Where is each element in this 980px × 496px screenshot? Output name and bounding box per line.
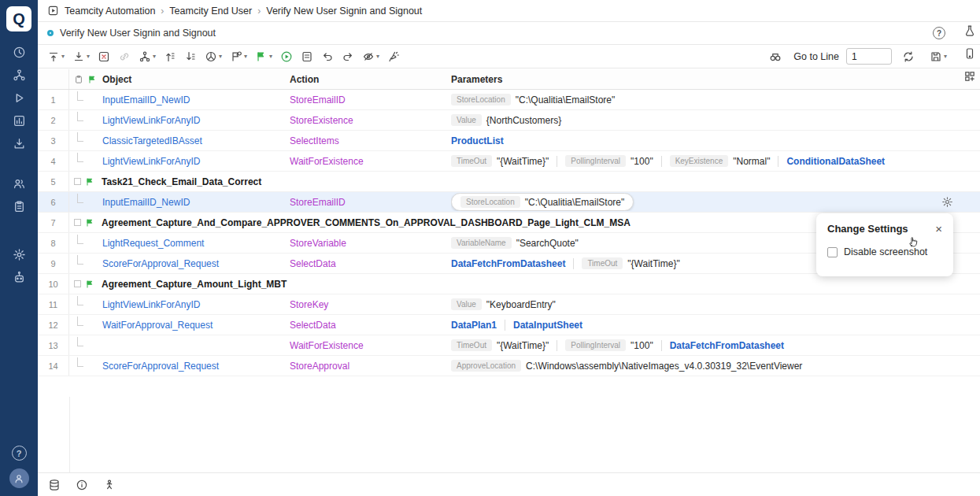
action-cell[interactable]: StoreExistence [290,115,451,126]
param-value[interactable]: {NorthCustomers} [486,115,561,126]
collapse-checkbox[interactable] [74,280,81,287]
disable-screenshot-checkbox[interactable] [827,247,838,257]
export-button[interactable]: ▾ [926,49,950,65]
sync-icon[interactable] [899,49,918,65]
parameters-cell[interactable]: Value"KeyboardEntry" [451,298,980,310]
breadcrumb-item[interactable]: Teamcity End User [169,6,252,17]
collapse-checkbox[interactable] [74,219,81,226]
action-cell[interactable]: SelectItems [290,135,451,146]
step-row[interactable]: 4 LightViewLinkForAnyID WaitForExistence… [38,151,980,172]
param-value[interactable]: "{WaitTime}" [497,156,549,167]
parameters-cell[interactable]: StoreLocation"C:\Qualitia\EmailStore" [451,94,980,105]
import-icon[interactable] [0,132,38,155]
param-value[interactable]: "{WaitTime}" [497,340,549,351]
tasks-icon[interactable] [0,195,38,218]
param-value[interactable]: "{WaitTime}" [627,258,679,269]
users-icon[interactable] [0,172,38,195]
reports-icon[interactable] [0,109,38,132]
datasheet-link[interactable]: ConditionalDataSheet [786,156,885,167]
object-cell[interactable]: InputEmailID_NewID [99,197,290,208]
action-cell[interactable]: StoreEmailID [290,94,451,105]
form-view-button[interactable] [298,49,316,65]
group-title[interactable]: Agreement_Capture_And_Compare_APPROVER_C… [99,217,631,228]
help-circle-icon[interactable]: ? [933,27,945,39]
database-icon[interactable] [48,479,61,491]
find-icon[interactable] [766,49,785,65]
parameters-cell[interactable]: ProductList [451,135,980,146]
info-icon[interactable] [76,479,88,491]
step-row[interactable]: 13 WaitForExistence TimeOut"{WaitTime}" … [38,335,980,356]
step-row[interactable]: 1 InputEmailID_NewID StoreEmailID StoreL… [38,90,980,110]
column-header-parameters[interactable]: Parameters [451,74,980,85]
object-cell[interactable]: ScoreForApproval_Request [99,258,290,269]
datasheet-link[interactable]: DataFetchFromDatasheet [670,340,784,351]
object-cell[interactable]: LightRequest_Comment [99,238,290,249]
breadcrumb-item[interactable]: Teamcity Automation [65,6,155,17]
row-settings-gear-icon[interactable] [941,196,953,208]
undo-button[interactable] [318,49,337,65]
flag-manage-button[interactable]: ▾ [227,49,250,65]
param-value[interactable]: "100" [631,340,653,351]
redo-button[interactable] [338,49,357,65]
parameters-cell[interactable]: TimeOut"{WaitTime}" PollingInterval"100"… [451,155,980,167]
action-cell[interactable]: SelectData [290,320,451,331]
object-cell[interactable]: ScoreForApproval_Request [99,361,290,372]
insert-step-above-button[interactable]: ▾ [44,49,68,65]
column-header-action[interactable]: Action [290,74,451,85]
param-value[interactable]: "100" [631,156,653,167]
avatar-icon[interactable] [9,468,29,488]
group-title[interactable]: Task21_Check_Email_Data_Correct [99,176,261,187]
run-step-button[interactable] [277,49,296,65]
param-value[interactable]: "KeyboardEntry" [486,299,556,310]
develop-icon[interactable] [0,64,38,87]
param-value[interactable]: "C:\Qualitia\EmailStore" [516,94,616,105]
object-cell[interactable]: LightViewLinkForAnyID [99,299,290,310]
runner-icon[interactable] [103,479,116,491]
step-row[interactable]: 11 LightViewLinkForAnyID StoreKey Value"… [38,294,980,315]
parameters-cell[interactable]: Value{NorthCustomers} [451,114,980,126]
history-icon[interactable] [0,41,38,64]
goto-line-input[interactable] [846,48,892,65]
param-value[interactable]: "SearchQuote" [516,238,579,249]
datasheet-link[interactable]: DataInputSheet [513,320,582,331]
palette-button[interactable]: ▾ [202,49,225,65]
flag-icon[interactable] [87,75,97,84]
action-cell[interactable]: StoreKey [290,299,451,310]
param-value[interactable]: "Normal" [733,156,770,167]
help-icon[interactable]: ? [12,446,27,461]
unlink-icon[interactable] [115,49,134,65]
execute-icon[interactable] [0,87,38,109]
breadcrumb-item[interactable]: Verify New User Signin and Signout [266,6,422,17]
datasheet-link[interactable]: DataFetchFromDatasheet [451,258,565,269]
device-icon[interactable] [963,47,976,60]
object-cell[interactable]: ClassicTargetedIBAsset [99,135,290,146]
parameters-cell[interactable]: DataPlan1 DataInputSheet [451,320,980,331]
clear-format-button[interactable] [384,49,403,65]
action-cell[interactable]: StoreEmailID [290,197,451,208]
bot-icon[interactable] [0,266,38,289]
flag-button[interactable]: ▾ [252,49,276,65]
hide-screenshot-button[interactable]: ▾ [359,49,383,65]
collapse-checkbox[interactable] [74,178,81,185]
datasheet-link[interactable]: ProductList [451,135,504,146]
param-value[interactable]: "C:\Qualitia\EmailStore" [525,197,625,208]
step-row[interactable]: 2 LightViewLinkForAnyID StoreExistence V… [38,110,980,131]
action-cell[interactable]: WaitForExistence [290,340,451,351]
close-icon[interactable]: × [935,223,942,235]
object-cell[interactable]: InputEmailID_NewID [99,94,290,105]
flask-icon[interactable] [963,24,976,37]
group-row[interactable]: 5 Task21_Check_Email_Data_Correct [38,172,980,192]
group-title[interactable]: Agreement_Capture_Amount_Light_MBT [99,279,287,290]
step-row[interactable]: 3 ClassicTargetedIBAsset SelectItems Pro… [38,131,980,151]
insert-step-below-button[interactable]: ▾ [69,49,93,65]
param-value[interactable]: C:\Windows\assembly\NativeImages_v4.0.30… [526,361,802,372]
step-row[interactable]: 14 ScoreForApproval_Request StoreApprova… [38,356,980,376]
object-cell[interactable]: LightViewLinkForAnyID [99,115,290,126]
action-cell[interactable]: StoreVariable [290,238,451,249]
settings-icon[interactable] [0,243,38,266]
parameters-cell[interactable]: StoreLocation "C:\Qualitia\EmailStore" [451,193,980,211]
parameters-cell[interactable]: ApproveLocationC:\Windows\assembly\Nativ… [451,360,980,372]
action-cell[interactable]: StoreApproval [290,361,451,372]
action-cell[interactable]: SelectData [290,258,451,269]
step-row-selected[interactable]: 6 InputEmailID_NewID StoreEmailID StoreL… [38,192,980,213]
